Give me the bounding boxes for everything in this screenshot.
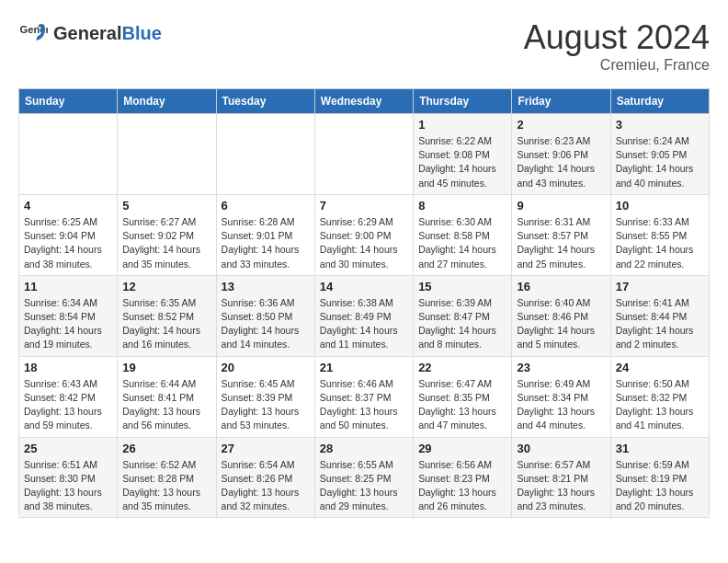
day-info: Sunrise: 6:27 AMSunset: 9:02 PMDaylight:… — [122, 215, 210, 271]
day-info: Sunrise: 6:52 AMSunset: 8:28 PMDaylight:… — [122, 458, 210, 514]
day-info: Sunrise: 6:55 AMSunset: 8:25 PMDaylight:… — [320, 458, 408, 514]
day-info: Sunrise: 6:39 AMSunset: 8:47 PMDaylight:… — [418, 296, 506, 352]
day-info: Sunrise: 6:36 AMSunset: 8:50 PMDaylight:… — [222, 296, 310, 352]
calendar-week-1: 1Sunrise: 6:22 AMSunset: 9:08 PMDaylight… — [19, 114, 710, 195]
day-number: 27 — [222, 442, 310, 455]
day-info: Sunrise: 6:24 AMSunset: 9:05 PMDaylight:… — [616, 134, 704, 190]
calendar-cell: 28Sunrise: 6:55 AMSunset: 8:25 PMDayligh… — [314, 437, 413, 518]
calendar-cell: 29Sunrise: 6:56 AMSunset: 8:23 PMDayligh… — [414, 437, 512, 518]
day-info: Sunrise: 6:33 AMSunset: 8:55 PMDaylight:… — [616, 215, 704, 271]
day-number: 17 — [616, 280, 704, 293]
day-number: 19 — [122, 361, 210, 374]
header-friday: Friday — [512, 89, 610, 114]
day-info: Sunrise: 6:45 AMSunset: 8:39 PMDaylight:… — [222, 377, 310, 433]
header-saturday: Saturday — [610, 89, 709, 114]
calendar-cell: 25Sunrise: 6:51 AMSunset: 8:30 PMDayligh… — [19, 437, 118, 518]
calendar-cell: 14Sunrise: 6:38 AMSunset: 8:49 PMDayligh… — [314, 275, 413, 356]
calendar-cell: 3Sunrise: 6:24 AMSunset: 9:05 PMDaylight… — [610, 114, 709, 195]
calendar-week-5: 25Sunrise: 6:51 AMSunset: 8:30 PMDayligh… — [19, 437, 710, 518]
header-sunday: Sunday — [19, 89, 118, 114]
day-number: 7 — [320, 199, 408, 213]
title-block: August 2024 Cremieu, France — [524, 18, 710, 74]
days-header-row: SundayMondayTuesdayWednesdayThursdayFrid… — [19, 89, 710, 114]
day-info: Sunrise: 6:57 AMSunset: 8:21 PMDaylight:… — [517, 458, 605, 514]
calendar-cell: 23Sunrise: 6:49 AMSunset: 8:34 PMDayligh… — [512, 356, 610, 437]
day-info: Sunrise: 6:28 AMSunset: 9:01 PMDaylight:… — [222, 215, 310, 271]
calendar-cell: 15Sunrise: 6:39 AMSunset: 8:47 PMDayligh… — [414, 275, 512, 356]
logo: General GeneralBlue — [18, 18, 162, 48]
day-number: 20 — [222, 361, 310, 374]
day-number: 4 — [24, 199, 112, 213]
day-info: Sunrise: 6:56 AMSunset: 8:23 PMDaylight:… — [418, 458, 506, 514]
day-info: Sunrise: 6:50 AMSunset: 8:32 PMDaylight:… — [616, 377, 704, 433]
location: Cremieu, France — [524, 57, 710, 74]
calendar-cell — [19, 114, 118, 195]
day-info: Sunrise: 6:59 AMSunset: 8:19 PMDaylight:… — [616, 458, 704, 514]
day-info: Sunrise: 6:29 AMSunset: 9:00 PMDaylight:… — [320, 215, 408, 271]
calendar-cell — [216, 114, 314, 195]
day-number: 6 — [222, 199, 310, 213]
calendar-cell: 10Sunrise: 6:33 AMSunset: 8:55 PMDayligh… — [610, 194, 709, 275]
day-info: Sunrise: 6:34 AMSunset: 8:54 PMDaylight:… — [24, 296, 112, 352]
day-number: 14 — [320, 280, 408, 293]
day-info: Sunrise: 6:49 AMSunset: 8:34 PMDaylight:… — [517, 377, 605, 433]
day-number: 1 — [418, 118, 506, 132]
day-number: 30 — [517, 442, 605, 455]
day-info: Sunrise: 6:54 AMSunset: 8:26 PMDaylight:… — [222, 458, 310, 514]
day-info: Sunrise: 6:23 AMSunset: 9:06 PMDaylight:… — [517, 134, 605, 190]
header-monday: Monday — [118, 89, 216, 114]
calendar-cell: 27Sunrise: 6:54 AMSunset: 8:26 PMDayligh… — [216, 437, 314, 518]
day-number: 11 — [24, 280, 112, 293]
calendar-cell: 21Sunrise: 6:46 AMSunset: 8:37 PMDayligh… — [314, 356, 413, 437]
calendar-cell: 20Sunrise: 6:45 AMSunset: 8:39 PMDayligh… — [216, 356, 314, 437]
day-number: 2 — [517, 118, 605, 132]
calendar-cell: 31Sunrise: 6:59 AMSunset: 8:19 PMDayligh… — [610, 437, 709, 518]
calendar-cell: 26Sunrise: 6:52 AMSunset: 8:28 PMDayligh… — [118, 437, 216, 518]
calendar-week-2: 4Sunrise: 6:25 AMSunset: 9:04 PMDaylight… — [19, 194, 710, 275]
day-info: Sunrise: 6:30 AMSunset: 8:58 PMDaylight:… — [418, 215, 506, 271]
day-number: 10 — [616, 199, 704, 213]
day-number: 21 — [320, 361, 408, 374]
day-number: 16 — [517, 280, 605, 293]
calendar-cell: 1Sunrise: 6:22 AMSunset: 9:08 PMDaylight… — [414, 114, 512, 195]
day-number: 28 — [320, 442, 408, 455]
logo-blue-text: Blue — [121, 23, 161, 44]
day-info: Sunrise: 6:35 AMSunset: 8:52 PMDaylight:… — [122, 296, 210, 352]
day-info: Sunrise: 6:40 AMSunset: 8:46 PMDaylight:… — [517, 296, 605, 352]
calendar-cell: 12Sunrise: 6:35 AMSunset: 8:52 PMDayligh… — [118, 275, 216, 356]
day-number: 15 — [418, 280, 506, 293]
day-info: Sunrise: 6:31 AMSunset: 8:57 PMDaylight:… — [517, 215, 605, 271]
day-number: 31 — [616, 442, 704, 455]
calendar-cell: 9Sunrise: 6:31 AMSunset: 8:57 PMDaylight… — [512, 194, 610, 275]
calendar-week-3: 11Sunrise: 6:34 AMSunset: 8:54 PMDayligh… — [19, 275, 710, 356]
day-number: 9 — [517, 199, 605, 213]
day-number: 24 — [616, 361, 704, 374]
day-number: 22 — [418, 361, 506, 374]
calendar-cell: 4Sunrise: 6:25 AMSunset: 9:04 PMDaylight… — [19, 194, 118, 275]
day-info: Sunrise: 6:46 AMSunset: 8:37 PMDaylight:… — [320, 377, 408, 433]
day-number: 25 — [24, 442, 112, 455]
day-info: Sunrise: 6:51 AMSunset: 8:30 PMDaylight:… — [24, 458, 112, 514]
day-info: Sunrise: 6:47 AMSunset: 8:35 PMDaylight:… — [418, 377, 506, 433]
day-number: 8 — [418, 199, 506, 213]
page-header: General GeneralBlue August 2024 Cremieu,… — [18, 18, 710, 74]
day-number: 23 — [517, 361, 605, 374]
day-info: Sunrise: 6:43 AMSunset: 8:42 PMDaylight:… — [24, 377, 112, 433]
day-number: 29 — [418, 442, 506, 455]
header-tuesday: Tuesday — [216, 89, 314, 114]
calendar-cell: 16Sunrise: 6:40 AMSunset: 8:46 PMDayligh… — [512, 275, 610, 356]
calendar-cell: 18Sunrise: 6:43 AMSunset: 8:42 PMDayligh… — [19, 356, 118, 437]
calendar-cell: 30Sunrise: 6:57 AMSunset: 8:21 PMDayligh… — [512, 437, 610, 518]
day-number: 3 — [616, 118, 704, 132]
calendar-table: SundayMondayTuesdayWednesdayThursdayFrid… — [18, 88, 710, 518]
calendar-week-4: 18Sunrise: 6:43 AMSunset: 8:42 PMDayligh… — [19, 356, 710, 437]
calendar-cell: 2Sunrise: 6:23 AMSunset: 9:06 PMDaylight… — [512, 114, 610, 195]
calendar-cell: 8Sunrise: 6:30 AMSunset: 8:58 PMDaylight… — [414, 194, 512, 275]
day-info: Sunrise: 6:25 AMSunset: 9:04 PMDaylight:… — [24, 215, 112, 271]
day-number: 5 — [122, 199, 210, 213]
calendar-cell: 11Sunrise: 6:34 AMSunset: 8:54 PMDayligh… — [19, 275, 118, 356]
calendar-cell: 13Sunrise: 6:36 AMSunset: 8:50 PMDayligh… — [216, 275, 314, 356]
calendar-cell — [314, 114, 413, 195]
calendar-cell: 7Sunrise: 6:29 AMSunset: 9:00 PMDaylight… — [314, 194, 413, 275]
day-number: 12 — [122, 280, 210, 293]
